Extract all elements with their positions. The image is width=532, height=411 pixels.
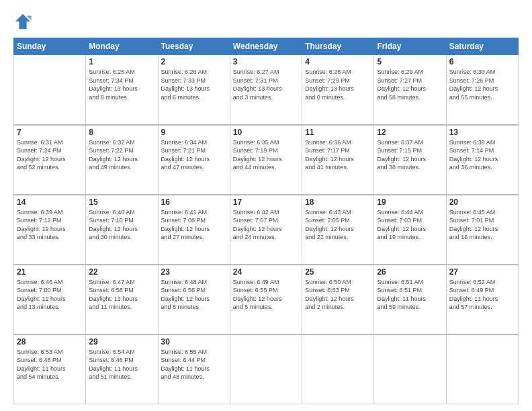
- week-row-5: 28Sunrise: 6:53 AM Sunset: 6:48 PM Dayli…: [14, 334, 519, 404]
- calendar-cell: [446, 334, 518, 404]
- day-number: 9: [161, 128, 227, 137]
- calendar-cell: 10Sunrise: 6:35 AM Sunset: 7:19 PM Dayli…: [230, 125, 302, 195]
- day-info: Sunrise: 6:47 AM Sunset: 6:58 PM Dayligh…: [89, 278, 154, 312]
- day-number: 25: [305, 267, 371, 277]
- column-header-sunday: Sunday: [14, 38, 86, 55]
- day-number: 11: [305, 128, 371, 137]
- day-number: 13: [449, 128, 515, 137]
- day-number: 24: [233, 267, 299, 277]
- day-number: 29: [89, 337, 154, 347]
- column-header-thursday: Thursday: [302, 38, 374, 55]
- day-info: Sunrise: 6:35 AM Sunset: 7:19 PM Dayligh…: [233, 138, 299, 172]
- day-info: Sunrise: 6:37 AM Sunset: 7:15 PM Dayligh…: [377, 138, 443, 172]
- day-info: Sunrise: 6:41 AM Sunset: 7:08 PM Dayligh…: [161, 208, 227, 242]
- day-number: 15: [89, 197, 154, 207]
- day-info: Sunrise: 6:25 AM Sunset: 7:34 PM Dayligh…: [89, 68, 154, 101]
- calendar-cell: 27Sunrise: 6:52 AM Sunset: 6:49 PM Dayli…: [446, 265, 518, 334]
- calendar-cell: 12Sunrise: 6:37 AM Sunset: 7:15 PM Dayli…: [374, 125, 446, 195]
- column-header-friday: Friday: [374, 38, 446, 55]
- calendar-cell: 28Sunrise: 6:53 AM Sunset: 6:48 PM Dayli…: [14, 334, 86, 404]
- day-info: Sunrise: 6:50 AM Sunset: 6:53 PM Dayligh…: [305, 278, 371, 312]
- calendar-cell: 24Sunrise: 6:49 AM Sunset: 6:55 PM Dayli…: [230, 265, 302, 334]
- day-number: 10: [233, 128, 299, 137]
- calendar-cell: 8Sunrise: 6:32 AM Sunset: 7:22 PM Daylig…: [86, 125, 158, 195]
- day-number: 28: [17, 337, 83, 347]
- column-header-tuesday: Tuesday: [158, 38, 230, 55]
- week-row-1: 1Sunrise: 6:25 AM Sunset: 7:34 PM Daylig…: [14, 55, 519, 125]
- day-info: Sunrise: 6:44 AM Sunset: 7:03 PM Dayligh…: [377, 208, 443, 242]
- day-number: 4: [305, 57, 371, 66]
- calendar-cell: 20Sunrise: 6:45 AM Sunset: 7:01 PM Dayli…: [446, 195, 518, 265]
- day-number: 19: [377, 197, 443, 207]
- day-number: 14: [17, 197, 83, 207]
- day-info: Sunrise: 6:31 AM Sunset: 7:24 PM Dayligh…: [17, 138, 83, 172]
- week-row-4: 21Sunrise: 6:46 AM Sunset: 7:00 PM Dayli…: [14, 265, 519, 334]
- day-info: Sunrise: 6:27 AM Sunset: 7:31 PM Dayligh…: [233, 68, 299, 101]
- calendar-cell: 30Sunrise: 6:55 AM Sunset: 6:44 PM Dayli…: [158, 334, 230, 404]
- day-info: Sunrise: 6:29 AM Sunset: 7:27 PM Dayligh…: [377, 68, 443, 101]
- calendar-cell: 21Sunrise: 6:46 AM Sunset: 7:00 PM Dayli…: [14, 265, 86, 334]
- calendar-cell: 22Sunrise: 6:47 AM Sunset: 6:58 PM Dayli…: [86, 265, 158, 334]
- logo-icon: [13, 12, 32, 31]
- day-info: Sunrise: 6:51 AM Sunset: 6:51 PM Dayligh…: [377, 278, 443, 312]
- calendar-cell: 5Sunrise: 6:29 AM Sunset: 7:27 PM Daylig…: [374, 55, 446, 125]
- calendar-cell: 7Sunrise: 6:31 AM Sunset: 7:24 PM Daylig…: [14, 125, 86, 195]
- calendar-cell: 23Sunrise: 6:48 AM Sunset: 6:56 PM Dayli…: [158, 265, 230, 334]
- calendar-cell: 17Sunrise: 6:42 AM Sunset: 7:07 PM Dayli…: [230, 195, 302, 265]
- calendar-cell: 9Sunrise: 6:34 AM Sunset: 7:21 PM Daylig…: [158, 125, 230, 195]
- day-number: 7: [17, 128, 83, 137]
- day-info: Sunrise: 6:55 AM Sunset: 6:44 PM Dayligh…: [161, 348, 227, 381]
- calendar-table: SundayMondayTuesdayWednesdayThursdayFrid…: [13, 38, 519, 404]
- day-info: Sunrise: 6:40 AM Sunset: 7:10 PM Dayligh…: [89, 208, 154, 242]
- day-info: Sunrise: 6:28 AM Sunset: 7:29 PM Dayligh…: [305, 68, 371, 101]
- day-number: 8: [89, 128, 154, 137]
- calendar-header-row: SundayMondayTuesdayWednesdayThursdayFrid…: [14, 38, 519, 55]
- day-info: Sunrise: 6:39 AM Sunset: 7:12 PM Dayligh…: [17, 208, 83, 242]
- day-info: Sunrise: 6:36 AM Sunset: 7:17 PM Dayligh…: [305, 138, 371, 172]
- calendar-cell: 16Sunrise: 6:41 AM Sunset: 7:08 PM Dayli…: [158, 195, 230, 265]
- header: [13, 12, 519, 31]
- day-number: 16: [161, 197, 227, 207]
- day-number: 17: [233, 197, 299, 207]
- day-number: 6: [449, 57, 515, 66]
- day-info: Sunrise: 6:52 AM Sunset: 6:49 PM Dayligh…: [449, 278, 515, 312]
- calendar-cell: [230, 334, 302, 404]
- calendar-cell: 19Sunrise: 6:44 AM Sunset: 7:03 PM Dayli…: [374, 195, 446, 265]
- calendar-cell: 6Sunrise: 6:30 AM Sunset: 7:26 PM Daylig…: [446, 55, 518, 125]
- calendar-cell: 25Sunrise: 6:50 AM Sunset: 6:53 PM Dayli…: [302, 265, 374, 334]
- day-number: 1: [89, 57, 154, 66]
- day-info: Sunrise: 6:53 AM Sunset: 6:48 PM Dayligh…: [17, 348, 83, 381]
- day-info: Sunrise: 6:46 AM Sunset: 7:00 PM Dayligh…: [17, 278, 83, 312]
- week-row-3: 14Sunrise: 6:39 AM Sunset: 7:12 PM Dayli…: [14, 195, 519, 265]
- day-info: Sunrise: 6:26 AM Sunset: 7:33 PM Dayligh…: [161, 68, 227, 101]
- logo: [13, 12, 35, 31]
- calendar-cell: 15Sunrise: 6:40 AM Sunset: 7:10 PM Dayli…: [86, 195, 158, 265]
- day-info: Sunrise: 6:30 AM Sunset: 7:26 PM Dayligh…: [449, 68, 515, 101]
- day-number: 5: [377, 57, 443, 66]
- day-number: 30: [161, 337, 227, 347]
- calendar-cell: 3Sunrise: 6:27 AM Sunset: 7:31 PM Daylig…: [230, 55, 302, 125]
- calendar-cell: 2Sunrise: 6:26 AM Sunset: 7:33 PM Daylig…: [158, 55, 230, 125]
- calendar-cell: 26Sunrise: 6:51 AM Sunset: 6:51 PM Dayli…: [374, 265, 446, 334]
- day-info: Sunrise: 6:45 AM Sunset: 7:01 PM Dayligh…: [449, 208, 515, 242]
- day-info: Sunrise: 6:42 AM Sunset: 7:07 PM Dayligh…: [233, 208, 299, 242]
- day-number: 3: [233, 57, 299, 66]
- calendar-cell: 1Sunrise: 6:25 AM Sunset: 7:34 PM Daylig…: [86, 55, 158, 125]
- calendar-cell: [302, 334, 374, 404]
- column-header-wednesday: Wednesday: [230, 38, 302, 55]
- calendar-cell: 14Sunrise: 6:39 AM Sunset: 7:12 PM Dayli…: [14, 195, 86, 265]
- day-number: 22: [89, 267, 154, 277]
- day-info: Sunrise: 6:48 AM Sunset: 6:56 PM Dayligh…: [161, 278, 227, 312]
- day-info: Sunrise: 6:34 AM Sunset: 7:21 PM Dayligh…: [161, 138, 227, 172]
- calendar-cell: 29Sunrise: 6:54 AM Sunset: 6:46 PM Dayli…: [86, 334, 158, 404]
- calendar-cell: 18Sunrise: 6:43 AM Sunset: 7:05 PM Dayli…: [302, 195, 374, 265]
- calendar-cell: [14, 55, 86, 125]
- day-number: 20: [449, 197, 515, 207]
- day-number: 21: [17, 267, 83, 277]
- day-info: Sunrise: 6:54 AM Sunset: 6:46 PM Dayligh…: [89, 348, 154, 381]
- day-info: Sunrise: 6:38 AM Sunset: 7:14 PM Dayligh…: [449, 138, 515, 172]
- week-row-2: 7Sunrise: 6:31 AM Sunset: 7:24 PM Daylig…: [14, 125, 519, 195]
- day-number: 2: [161, 57, 227, 66]
- calendar-cell: [374, 334, 446, 404]
- day-info: Sunrise: 6:43 AM Sunset: 7:05 PM Dayligh…: [305, 208, 371, 242]
